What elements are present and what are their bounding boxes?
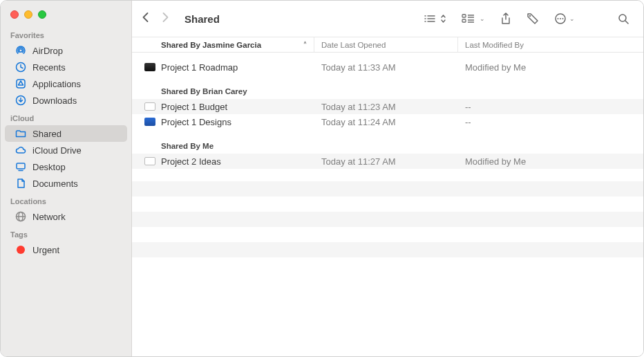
sidebar-item-downloads[interactable]: Downloads xyxy=(5,92,127,109)
documents-icon xyxy=(15,177,27,190)
file-name: Project 1 Designs xyxy=(161,117,231,127)
sidebar-item-icloud-drive[interactable]: iCloud Drive xyxy=(5,142,127,158)
search-button[interactable] xyxy=(614,13,634,25)
file-type-icon xyxy=(144,118,155,126)
sidebar-item-label: Downloads xyxy=(32,95,77,106)
file-type-icon xyxy=(144,63,155,71)
svg-rect-16 xyxy=(462,19,466,22)
sidebar-item-label: Documents xyxy=(32,178,78,189)
svg-rect-15 xyxy=(462,15,466,17)
more-actions-button[interactable]: ⌄ xyxy=(550,12,579,25)
sidebar-item-label: Shared xyxy=(32,129,61,139)
sidebar-item-airdrop[interactable]: AirDrop xyxy=(5,42,127,59)
sidebar-item-label: Desktop xyxy=(32,162,66,172)
file-list: Project 1 RoadmapToday at 11:33 AMModifi… xyxy=(132,53,643,356)
sidebar-item-label: Applications xyxy=(32,79,81,89)
file-name: Project 2 Ideas xyxy=(161,156,221,167)
file-date: Today at 11:24 AM xyxy=(314,117,458,127)
back-button[interactable] xyxy=(142,12,149,26)
column-name-label: Shared By Jasmine Garcia xyxy=(161,41,261,49)
sidebar-section-header: Locations xyxy=(1,192,131,208)
sidebar-item-label: iCloud Drive xyxy=(32,145,82,156)
tag-red-icon xyxy=(15,244,27,256)
sort-ascending-icon: ˄ xyxy=(303,41,307,48)
minimize-window-button[interactable] xyxy=(24,10,32,19)
stepper-icon xyxy=(440,14,446,24)
tag-button[interactable] xyxy=(522,12,543,25)
window-controls xyxy=(1,6,131,26)
file-name: Project 1 Budget xyxy=(161,102,227,112)
file-date: Today at 11:23 AM xyxy=(314,102,458,112)
empty-row xyxy=(132,181,643,196)
group-header: Shared By Brian Carey xyxy=(132,75,643,99)
svg-point-23 xyxy=(558,18,559,19)
column-date[interactable]: Date Last Opened xyxy=(314,37,458,52)
globe-icon xyxy=(15,210,27,223)
file-modifier: Modified by Me xyxy=(458,156,643,167)
sidebar-item-applications[interactable]: Applications xyxy=(5,75,127,92)
column-name[interactable]: Shared By Jasmine Garcia ˄ xyxy=(132,37,314,52)
file-modifier: -- xyxy=(458,102,643,112)
empty-row xyxy=(132,196,643,212)
svg-point-24 xyxy=(560,18,561,19)
empty-row xyxy=(132,212,643,227)
sidebar-item-shared[interactable]: Shared xyxy=(5,125,127,142)
file-row[interactable]: Project 1 DesignsToday at 11:24 AM-- xyxy=(132,114,643,129)
sidebar-section-header: Favorites xyxy=(1,26,131,42)
view-list-button[interactable] xyxy=(419,14,451,24)
svg-rect-4 xyxy=(17,163,25,169)
sidebar-item-label: Recents xyxy=(32,62,66,73)
group-by-button[interactable]: ⌄ xyxy=(457,14,489,24)
file-type-icon xyxy=(144,157,155,165)
sidebar-item-network[interactable]: Network xyxy=(5,208,127,225)
file-row[interactable]: Project 2 IdeasToday at 11:27 AMModified… xyxy=(132,154,643,169)
sidebar-section-header: iCloud xyxy=(1,109,131,125)
close-window-button[interactable] xyxy=(10,10,19,19)
sidebar-section-header: Tags xyxy=(1,225,131,241)
file-modifier: Modified by Me xyxy=(458,62,643,73)
app-icon xyxy=(15,77,27,90)
svg-line-27 xyxy=(625,21,628,24)
forward-button[interactable] xyxy=(162,12,169,26)
sidebar-item-label: Urgent xyxy=(32,245,59,255)
group-header: Shared By Me xyxy=(132,129,643,154)
cloud-icon xyxy=(15,144,27,156)
column-headers: Shared By Jasmine Garcia ˄ Date Last Ope… xyxy=(132,37,643,53)
file-date: Today at 11:27 AM xyxy=(314,156,458,167)
sidebar-item-label: AirDrop xyxy=(32,46,63,56)
empty-row xyxy=(132,242,643,257)
sidebar-item-documents[interactable]: Documents xyxy=(5,175,127,192)
file-row[interactable]: Project 1 BudgetToday at 11:23 AM-- xyxy=(132,99,643,114)
file-modifier: -- xyxy=(458,117,643,127)
file-type-icon xyxy=(144,102,155,111)
sidebar-item-urgent[interactable]: Urgent xyxy=(5,241,127,258)
file-date: Today at 11:33 AM xyxy=(314,62,458,73)
column-date-label: Date Last Opened xyxy=(321,41,386,49)
column-modifier-label: Last Modified By xyxy=(465,41,524,49)
svg-point-25 xyxy=(562,18,564,19)
desktop-icon xyxy=(15,161,27,173)
chevron-down-icon: ⌄ xyxy=(569,15,575,22)
column-modifier[interactable]: Last Modified By xyxy=(458,37,643,52)
folder-shared-icon xyxy=(15,127,27,140)
finder-window: FavoritesAirDropRecentsApplicationsDownl… xyxy=(0,0,644,357)
sidebar-item-desktop[interactable]: Desktop xyxy=(5,158,127,175)
sidebar: FavoritesAirDropRecentsApplicationsDownl… xyxy=(1,1,132,356)
empty-row xyxy=(132,227,643,242)
main-pane: Shared ⌄ ⌄ xyxy=(132,1,643,356)
zoom-window-button[interactable] xyxy=(38,10,46,19)
clock-icon xyxy=(15,61,27,73)
share-button[interactable] xyxy=(496,12,515,25)
chevron-down-icon: ⌄ xyxy=(480,15,485,22)
airdrop-icon xyxy=(15,44,27,57)
sidebar-item-label: Network xyxy=(32,212,66,222)
toolbar: Shared ⌄ ⌄ xyxy=(132,1,643,37)
svg-point-21 xyxy=(529,15,531,17)
window-title: Shared xyxy=(184,13,220,25)
download-icon xyxy=(15,94,27,107)
file-row[interactable]: Project 1 RoadmapToday at 11:33 AMModifi… xyxy=(132,60,643,75)
sidebar-item-recents[interactable]: Recents xyxy=(5,59,127,75)
svg-point-0 xyxy=(19,49,22,52)
file-name: Project 1 Roadmap xyxy=(161,62,238,73)
empty-row xyxy=(132,257,643,273)
